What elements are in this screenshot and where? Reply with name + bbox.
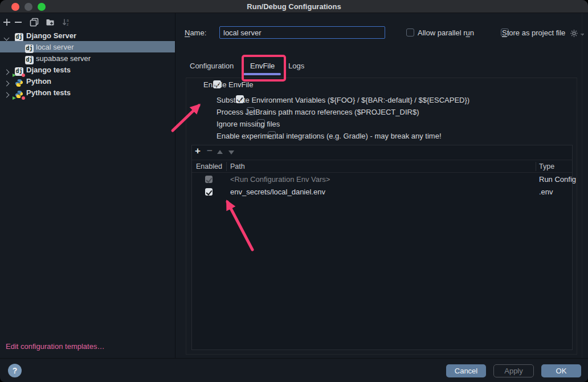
name-input[interactable] xyxy=(219,26,385,39)
row-path: env_secrets/local_daniel.env xyxy=(230,188,325,196)
column-header-path[interactable]: Path xyxy=(230,162,245,170)
chevron-down-icon[interactable] xyxy=(5,33,9,42)
ok-button[interactable]: OK xyxy=(541,364,581,377)
row-enabled-checkbox[interactable] xyxy=(205,188,213,196)
svg-text:a: a xyxy=(67,18,69,22)
row-enabled-checkbox xyxy=(205,176,213,183)
python-icon xyxy=(15,79,23,87)
column-header-type[interactable]: Type xyxy=(539,162,554,170)
table-row[interactable]: <Run Configuration Env Vars> Run Config xyxy=(192,173,572,185)
django-icon: dj xyxy=(25,56,34,64)
chevron-right-icon[interactable] xyxy=(5,67,9,76)
tab-logs[interactable]: Logs xyxy=(288,62,304,70)
selected-tab-underline xyxy=(243,73,281,75)
tree-item-label: Python xyxy=(26,77,51,86)
row-type: .env xyxy=(539,188,553,196)
enable-envfile-label[interactable]: Enable EnvFile xyxy=(203,80,253,89)
tree-item-label: Python tests xyxy=(26,88,71,97)
tree-item-label: Django tests xyxy=(26,66,71,74)
store-as-project-file-label[interactable]: Store as project file xyxy=(502,29,565,37)
name-label: Name: xyxy=(185,29,206,37)
tab-configuration[interactable]: Configuration xyxy=(190,62,234,70)
django-icon: dj xyxy=(15,33,23,42)
column-divider[interactable] xyxy=(536,162,536,171)
tree-item-django-server[interactable]: dj Django Server xyxy=(0,30,175,41)
tree-item-label: Django Server xyxy=(26,31,76,40)
tree-item-python-tests[interactable]: Python tests xyxy=(0,87,175,98)
chevron-right-icon[interactable] xyxy=(5,90,9,99)
tree-item-supabase-server[interactable]: dj supabase server xyxy=(0,52,175,64)
table-row[interactable]: env_secrets/local_daniel.env .env xyxy=(192,185,572,198)
tab-envfile[interactable]: EnvFile xyxy=(250,62,275,70)
row-path: <Run Configuration Env Vars> xyxy=(230,175,330,184)
column-divider[interactable] xyxy=(226,162,227,171)
panel-right-divider xyxy=(582,13,582,358)
add-env-file-button[interactable]: + xyxy=(195,147,201,155)
cancel-button[interactable]: Cancel xyxy=(446,364,486,377)
django-icon: dj xyxy=(25,44,34,53)
tree-item-local-server[interactable]: dj local server xyxy=(0,41,175,52)
ignore-missing-files-label[interactable]: Ignore missing files xyxy=(217,120,280,128)
chevron-right-icon[interactable] xyxy=(5,79,9,87)
move-down-icon[interactable] xyxy=(228,151,234,155)
add-configuration-button[interactable] xyxy=(2,18,11,29)
footer-divider xyxy=(0,358,588,359)
run-debug-configurations-dialog: Run/Debug Configurations az dj Django Se… xyxy=(0,0,588,382)
edit-configuration-templates-link[interactable]: Edit configuration templates… xyxy=(6,342,104,351)
process-path-macro-label[interactable]: Process JetBrains path macro references … xyxy=(217,108,419,116)
svg-text:z: z xyxy=(67,22,68,26)
titlebar: Run/Debug Configurations xyxy=(0,0,588,13)
new-folder-icon[interactable] xyxy=(46,18,55,29)
table-toolbar-divider xyxy=(191,160,573,160)
remove-env-file-button[interactable]: − xyxy=(207,147,213,155)
sort-az-icon[interactable]: az xyxy=(62,18,71,29)
column-header-enabled[interactable]: Enabled xyxy=(196,162,222,170)
allow-parallel-run-label[interactable]: Allow parallel run xyxy=(418,29,474,37)
help-button[interactable]: ? xyxy=(8,364,22,377)
tree-item-label: local server xyxy=(36,43,74,51)
remove-configuration-button[interactable] xyxy=(14,18,23,29)
django-tests-icon: dj xyxy=(15,67,23,76)
sidebar-divider xyxy=(175,13,175,358)
copy-configuration-icon[interactable] xyxy=(30,18,39,29)
move-up-icon[interactable] xyxy=(217,150,223,154)
row-type: Run Config xyxy=(539,175,576,184)
python-tests-icon xyxy=(15,90,23,99)
experimental-integrations-label[interactable]: Enable experimental integrations (e.g. G… xyxy=(217,132,442,140)
window-title: Run/Debug Configurations xyxy=(0,2,588,11)
tree-item-python[interactable]: Python xyxy=(0,75,175,87)
allow-parallel-run-checkbox[interactable] xyxy=(406,29,414,36)
apply-button[interactable]: Apply xyxy=(493,364,534,377)
tree-item-django-tests[interactable]: dj Django tests xyxy=(0,64,175,75)
substitute-env-vars-label[interactable]: Substitute Environment Variables (${FOO}… xyxy=(217,96,469,104)
tree-item-label: supabase server xyxy=(36,54,91,63)
